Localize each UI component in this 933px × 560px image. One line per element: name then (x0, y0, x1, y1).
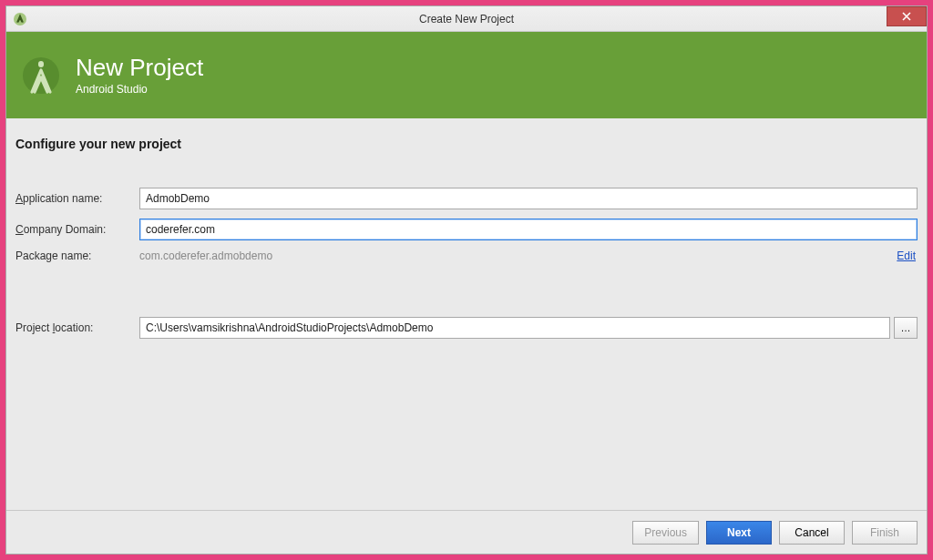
location-input-group: … (139, 317, 918, 339)
application-name-input[interactable] (139, 188, 918, 209)
row-company-domain: Company Domain: (15, 219, 918, 240)
package-name-value: com.coderefer.admobdemo (139, 249, 897, 262)
android-studio-logo-icon (19, 54, 63, 97)
finish-button: Finish (852, 521, 918, 545)
wizard-header: New Project Android Studio (6, 32, 927, 118)
row-package-name: Package name: com.coderefer.admobdemo Ed… (15, 249, 918, 262)
label-project-location: Project location: (15, 321, 139, 334)
android-studio-icon (13, 12, 27, 26)
previous-button: Previous (632, 521, 699, 545)
edit-package-link[interactable]: Edit (897, 249, 916, 262)
cancel-button[interactable]: Cancel (779, 521, 845, 545)
header-subtitle: Android Studio (76, 83, 203, 96)
header-title: New Project (76, 55, 203, 81)
close-icon (902, 12, 911, 21)
wizard-content: Configure your new project Application n… (6, 118, 927, 510)
row-application-name: Application name: (15, 188, 918, 209)
row-project-location: Project location: … (15, 317, 918, 339)
section-title: Configure your new project (15, 137, 918, 151)
label-application-name: Application name: (15, 192, 139, 205)
browse-location-button[interactable]: … (894, 317, 918, 339)
wizard-footer: Previous Next Cancel Finish (6, 510, 927, 554)
next-button[interactable]: Next (706, 521, 772, 545)
close-button[interactable] (887, 6, 927, 26)
wizard-window: Create New Project New Project Android S… (5, 5, 928, 555)
ellipsis-icon: … (901, 322, 911, 333)
project-location-input[interactable] (139, 317, 890, 339)
company-domain-input[interactable] (139, 219, 918, 240)
label-package-name: Package name: (15, 249, 139, 262)
header-titles: New Project Android Studio (76, 55, 203, 96)
titlebar: Create New Project (6, 6, 927, 32)
window-title: Create New Project (419, 13, 514, 25)
label-company-domain: Company Domain: (15, 223, 139, 236)
